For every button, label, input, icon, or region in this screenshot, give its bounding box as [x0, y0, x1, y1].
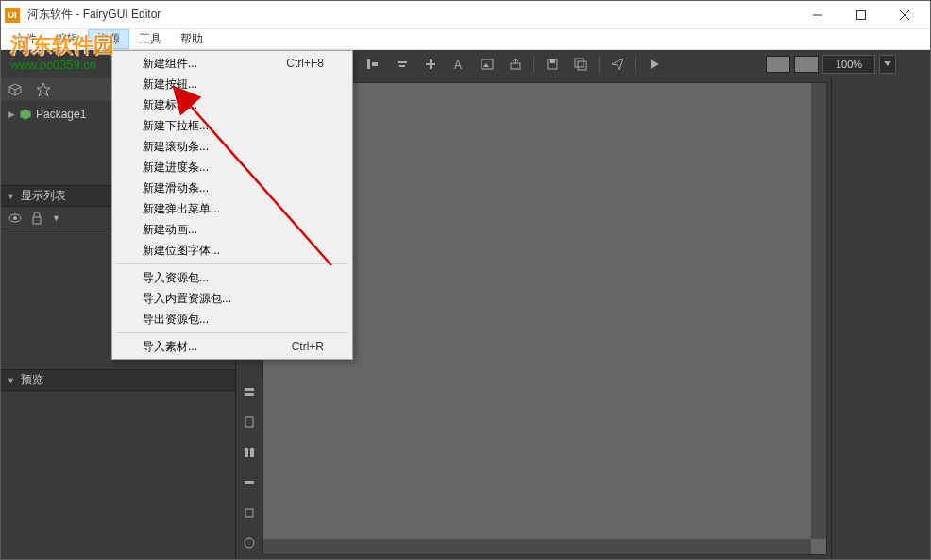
menubar: 文件 编辑 资源 工具 帮助	[1, 29, 930, 50]
svg-line-23	[9, 87, 15, 90]
menu-new-progressbar[interactable]: 新建进度条...	[114, 157, 350, 178]
svg-marker-12	[483, 63, 489, 67]
svg-rect-31	[245, 388, 254, 391]
publish-icon[interactable]	[607, 54, 628, 75]
svg-rect-6	[398, 61, 407, 63]
color-swatch-2[interactable]	[794, 56, 819, 73]
svg-rect-36	[245, 481, 254, 484]
package-tab-icon[interactable]	[7, 81, 24, 98]
titlebar: UI 河东软件 - FairyGUI Editor	[1, 1, 930, 29]
toolbar-right: 100%	[766, 55, 896, 74]
vtool-2-icon[interactable]	[240, 413, 259, 432]
svg-rect-37	[245, 509, 253, 517]
maximize-button[interactable]	[839, 1, 883, 29]
svg-rect-35	[250, 448, 254, 457]
close-button[interactable]	[883, 1, 926, 29]
svg-marker-21	[884, 61, 891, 66]
play-icon[interactable]	[644, 54, 665, 75]
vtool-5-icon[interactable]	[240, 503, 259, 522]
svg-rect-17	[575, 59, 584, 67]
plus-icon[interactable]	[420, 54, 441, 75]
vtool-3-icon[interactable]	[240, 443, 259, 462]
separator	[533, 56, 534, 73]
svg-line-24	[15, 87, 21, 90]
menu-file[interactable]: 文件	[5, 29, 46, 49]
save-icon[interactable]	[542, 54, 563, 75]
lock-icon[interactable]	[31, 212, 42, 225]
menu-help[interactable]: 帮助	[171, 29, 212, 49]
favorite-tab-icon[interactable]	[35, 81, 52, 98]
menu-new-slider[interactable]: 新建滑动条...	[114, 178, 350, 198]
color-swatch-1[interactable]	[766, 56, 790, 73]
preview-header[interactable]: ▼ 预览	[1, 370, 235, 391]
menu-import-builtin-package[interactable]: 导入内置资源包...	[114, 288, 350, 309]
svg-rect-34	[245, 448, 248, 457]
menu-new-animation[interactable]: 新建动画...	[114, 219, 350, 240]
menu-separator	[116, 332, 348, 333]
svg-rect-5	[372, 62, 378, 66]
separator	[599, 56, 600, 73]
menu-edit[interactable]: 编辑	[46, 29, 88, 49]
chevron-down-icon: ▼	[7, 192, 15, 201]
svg-rect-16	[550, 59, 555, 63]
menu-new-scrollbar[interactable]: 新建滚动条...	[114, 136, 350, 157]
save-all-icon[interactable]	[570, 54, 591, 75]
preview-title: 预览	[21, 372, 43, 388]
minimize-button[interactable]	[796, 1, 839, 29]
menu-separator	[116, 263, 348, 264]
svg-rect-18	[578, 61, 586, 70]
menu-new-label[interactable]: 新建标签...	[114, 94, 350, 115]
svg-rect-33	[245, 417, 253, 427]
svg-rect-4	[367, 59, 370, 69]
package-icon	[19, 108, 32, 121]
display-list-title: 显示列表	[21, 188, 66, 204]
svg-rect-30	[33, 217, 41, 224]
separator	[635, 56, 636, 73]
export-icon[interactable]	[505, 54, 526, 75]
vertical-scrollbar[interactable]	[811, 83, 826, 539]
visibility-icon[interactable]	[8, 213, 22, 223]
svg-text:A: A	[454, 59, 462, 71]
svg-rect-7	[399, 65, 405, 67]
svg-marker-27	[21, 110, 31, 120]
chevron-down-icon[interactable]: ▼	[52, 213, 60, 223]
menu-new-popupmenu[interactable]: 新建弹出菜单...	[114, 198, 350, 219]
preview-body	[1, 391, 235, 559]
align-left-icon[interactable]	[364, 54, 384, 75]
menu-tools[interactable]: 工具	[129, 29, 171, 49]
vertical-toolbar	[236, 377, 262, 552]
window-controls	[796, 1, 926, 29]
resource-dropdown-menu: 新建组件...Ctrl+F8 新建按钮... 新建标签... 新建下拉框... …	[111, 50, 353, 360]
chevron-down-icon: ▼	[7, 376, 15, 385]
menu-import-asset[interactable]: 导入素材...Ctrl+R	[114, 336, 350, 357]
svg-marker-20	[651, 59, 659, 69]
image-icon[interactable]	[477, 54, 498, 75]
svg-point-38	[245, 538, 254, 548]
menu-new-combobox[interactable]: 新建下拉框...	[114, 115, 350, 136]
app-icon: UI	[5, 8, 20, 23]
svg-rect-11	[482, 59, 493, 69]
vtool-4-icon[interactable]	[240, 473, 259, 492]
svg-marker-26	[37, 83, 50, 96]
package-label: Package1	[36, 108, 86, 121]
menu-new-button[interactable]: 新建按钮...	[114, 74, 350, 94]
align-center-icon[interactable]	[392, 54, 413, 75]
menu-new-bitmapfont[interactable]: 新建位图字体...	[114, 240, 350, 261]
preview-panel: ▼ 预览	[1, 369, 235, 559]
window-title: 河东软件 - FairyGUI Editor	[27, 7, 161, 23]
text-icon[interactable]: A	[449, 54, 469, 75]
vtool-1-icon[interactable]	[240, 382, 259, 401]
right-column	[831, 78, 930, 559]
menu-resource[interactable]: 资源	[88, 29, 129, 49]
tree-expand-icon[interactable]: ▶	[8, 110, 15, 119]
zoom-dropdown[interactable]	[879, 55, 896, 74]
svg-marker-19	[612, 59, 623, 70]
zoom-level[interactable]: 100%	[822, 55, 875, 74]
svg-point-29	[13, 216, 17, 220]
menu-new-component[interactable]: 新建组件...Ctrl+F8	[114, 53, 350, 74]
menu-import-package[interactable]: 导入资源包...	[114, 267, 350, 288]
svg-rect-1	[857, 10, 866, 19]
menu-export-package[interactable]: 导出资源包...	[114, 309, 350, 330]
horizontal-scrollbar[interactable]	[263, 539, 811, 554]
vtool-6-icon[interactable]	[240, 534, 259, 552]
